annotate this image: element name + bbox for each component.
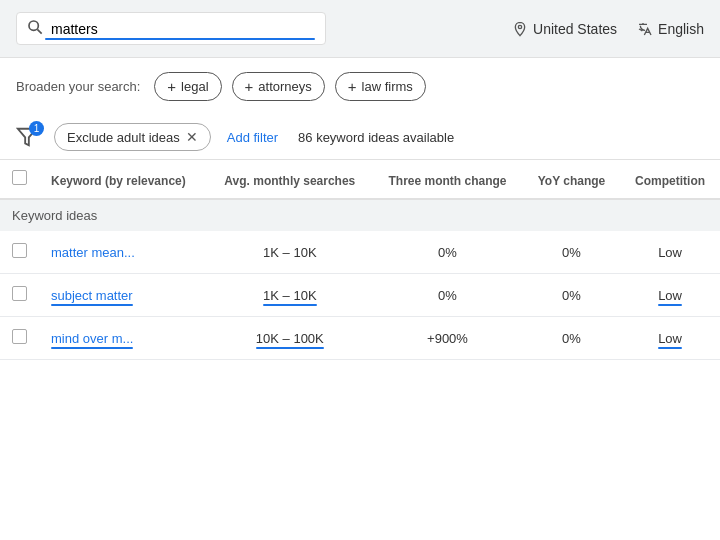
row-yoy: 0% [523,231,620,274]
table-row: subject matter 1K – 10K 0% 0% Low [0,274,720,317]
search-input-wrapper [16,12,326,45]
add-filter-button[interactable]: Add filter [227,130,278,145]
chip-attorneys[interactable]: + attorneys [232,72,325,101]
row-avg: 1K – 10K [208,231,373,274]
header-avg-searches: Avg. monthly searches [208,160,373,199]
row-avg: 1K – 10K [208,274,373,317]
header-checkbox-cell [0,160,39,199]
mind-over-competition: Low [658,331,682,346]
search-icon [27,19,43,38]
filter-bar: 1 Exclude adult ideas ✕ Add filter 86 ke… [0,115,720,160]
chip-attorneys-label: attorneys [258,79,311,94]
keyword-table-wrapper: Keyword (by relevance) Avg. monthly sear… [0,160,720,360]
mind-over-avg: 10K – 100K [256,331,324,346]
locale-group: United States English [512,21,704,37]
filter-badge: 1 [29,121,44,136]
location-selector[interactable]: United States [512,21,617,37]
search-bar: United States English [0,0,720,58]
location-label: United States [533,21,617,37]
row-yoy: 0% [523,317,620,360]
row-checkbox[interactable] [12,243,27,258]
header-checkbox[interactable] [12,170,27,185]
row-three-month: 0% [372,231,523,274]
row-keyword[interactable]: matter mean... [39,231,208,274]
subject-matter-keyword: subject matter [51,288,133,303]
row-checkbox-cell [0,274,39,317]
row-checkbox-cell [0,231,39,274]
row-avg: 10K – 100K [208,317,373,360]
row-competition: Low [620,231,720,274]
search-underline [45,38,315,40]
row-keyword[interactable]: subject matter [39,274,208,317]
table-row: mind over m... 10K – 100K +900% 0% Low [0,317,720,360]
chip-plus-icon: + [348,78,357,95]
search-input[interactable] [51,21,315,37]
header-three-month: Three month change [372,160,523,199]
keyword-count: 86 keyword ideas available [298,130,454,145]
subject-matter-avg: 1K – 10K [263,288,317,303]
chip-law-firms-label: law firms [362,79,413,94]
mind-over-keyword: mind over m... [51,331,133,346]
language-label: English [658,21,704,37]
broaden-section: Broaden your search: + legal + attorneys… [0,58,720,115]
exclude-chip-close-icon[interactable]: ✕ [186,129,198,145]
section-header-row: Keyword ideas [0,199,720,231]
broaden-label: Broaden your search: [16,79,140,94]
svg-point-2 [518,25,521,28]
language-selector[interactable]: English [637,21,704,37]
exclude-chip: Exclude adult ideas ✕ [54,123,211,151]
row-keyword[interactable]: mind over m... [39,317,208,360]
row-three-month: 0% [372,274,523,317]
exclude-chip-label: Exclude adult ideas [67,130,180,145]
translate-icon [637,21,653,37]
chip-law-firms[interactable]: + law firms [335,72,426,101]
svg-point-0 [29,21,38,30]
header-yoy: YoY change [523,160,620,199]
row-yoy: 0% [523,274,620,317]
row-checkbox-cell [0,317,39,360]
table-header: Keyword (by relevance) Avg. monthly sear… [0,160,720,199]
table-row: matter mean... 1K – 10K 0% 0% Low [0,231,720,274]
row-competition: Low [620,274,720,317]
header-keyword: Keyword (by relevance) [39,160,208,199]
row-checkbox[interactable] [12,286,27,301]
keyword-table: Keyword (by relevance) Avg. monthly sear… [0,160,720,360]
table-header-row: Keyword (by relevance) Avg. monthly sear… [0,160,720,199]
header-competition: Competition [620,160,720,199]
filter-icon-wrapper[interactable]: 1 [16,126,38,148]
svg-line-1 [37,29,41,33]
chip-plus-icon: + [245,78,254,95]
table-body: Keyword ideas matter mean... 1K – 10K 0%… [0,199,720,360]
chip-legal-label: legal [181,79,208,94]
chip-plus-icon: + [167,78,176,95]
subject-matter-competition: Low [658,288,682,303]
section-header-label: Keyword ideas [0,199,720,231]
row-three-month: +900% [372,317,523,360]
row-competition: Low [620,317,720,360]
location-icon [512,21,528,37]
row-checkbox[interactable] [12,329,27,344]
chip-legal[interactable]: + legal [154,72,221,101]
